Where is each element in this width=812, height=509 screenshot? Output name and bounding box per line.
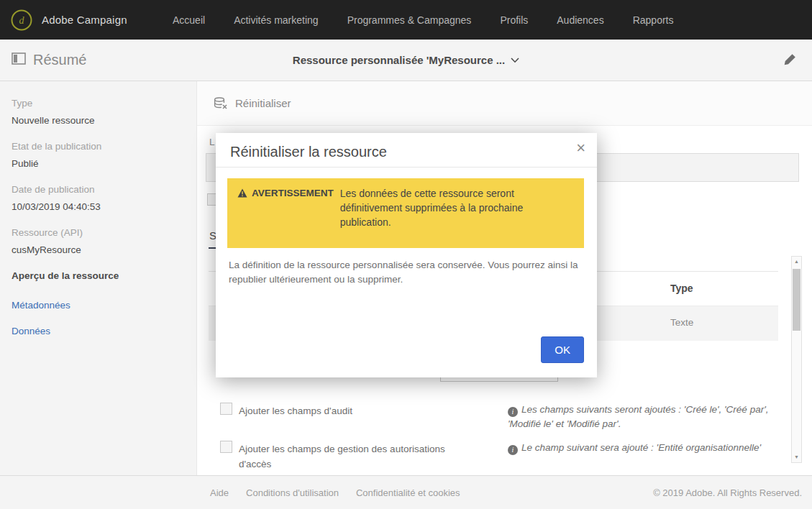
warning-word: AVERTISSEMENT [252, 188, 334, 198]
audit-fields-checkbox[interactable] [220, 403, 232, 415]
scroll-down-arrow[interactable]: ▼ [792, 452, 801, 462]
dialog-divider [216, 167, 597, 168]
scroll-up-arrow[interactable]: ▲ [792, 257, 801, 267]
resource-selector[interactable]: Ressource personnalisée 'MyResource ... [0, 40, 812, 81]
page-footer: Aide Conditions d'utilisation Confidenti… [0, 475, 812, 509]
warning-triangle-icon [237, 188, 247, 198]
nav-activites-marketing[interactable]: Activités marketing [234, 14, 318, 26]
field-value-type: Nouvelle ressource [12, 115, 185, 126]
nav-audiences[interactable]: Audiences [557, 14, 603, 26]
field-label-etat: Etat de la publication [12, 141, 185, 152]
access-rights-info: iLe champ suivant sera ajouté : 'Entité … [508, 441, 780, 455]
access-rights-label: Ajouter les champs de gestion des autori… [239, 441, 455, 472]
edit-pencil-icon[interactable] [783, 52, 798, 70]
field-value-date: 10/03/2019 04:40:53 [12, 201, 185, 212]
label-field-caption: L [209, 137, 215, 147]
summary-sidebar: Type Nouvelle ressource Etat de la publi… [0, 81, 196, 475]
field-label-ressource-api: Ressource (API) [12, 227, 185, 238]
sidebar-link-metadonnees[interactable]: Métadonnées [12, 300, 185, 311]
primary-nav: Accueil Activités marketing Programmes &… [173, 14, 673, 26]
info-icon: i [508, 445, 518, 455]
resource-selector-label: Ressource personnalisée 'MyResource ... [293, 54, 505, 66]
brand-title: Adobe Campaign [42, 14, 127, 26]
warning-message: Les données de cette ressource seront dé… [340, 187, 556, 230]
reset-resource-dialog: Réinitialiser la ressource × AVERTISSEME… [216, 133, 597, 377]
copyright-text: © 2019 Adobe. All Rights Reserved. [653, 487, 802, 498]
audit-fields-label: Ajouter les champs d'audit [239, 403, 455, 418]
footer-link-aide[interactable]: Aide [210, 487, 229, 498]
scrollbar-thumb[interactable] [793, 269, 800, 331]
access-rights-checkbox[interactable] [220, 441, 232, 453]
chevron-down-icon [511, 58, 519, 63]
database-reset-icon [213, 96, 228, 111]
nav-rapports[interactable]: Rapports [633, 14, 674, 26]
top-nav-bar: d Adobe Campaign Accueil Activités marke… [0, 0, 812, 40]
reset-action-label: Réinitialiser [235, 97, 291, 109]
footer-link-confidentialite[interactable]: Confidentialité et cookies [356, 487, 460, 498]
vertical-scrollbar[interactable]: ▲ ▼ [791, 256, 802, 463]
dialog-body-text: La définition de la ressource personnali… [229, 258, 581, 288]
svg-text:d: d [19, 15, 25, 26]
audit-fields-info: iLes champs suivants seront ajoutés : 'C… [508, 403, 780, 431]
column-header-type: Type [670, 283, 693, 294]
footer-links: Aide Conditions d'utilisation Confidenti… [210, 476, 460, 509]
cell-type-value: Texte [670, 317, 693, 328]
warning-banner: AVERTISSEMENT Les données de cette resso… [227, 178, 584, 248]
footer-link-conditions[interactable]: Conditions d'utilisation [246, 487, 339, 498]
warning-label-group: AVERTISSEMENT [237, 187, 334, 198]
close-icon[interactable]: × [576, 140, 585, 156]
ok-button[interactable]: OK [541, 336, 584, 363]
sidebar-link-donnees[interactable]: Données [12, 326, 185, 336]
nav-accueil[interactable]: Accueil [173, 14, 205, 26]
field-value-etat: Publié [12, 158, 185, 169]
sidebar-section-title: Aperçu de la ressource [12, 270, 185, 281]
dialog-title: Réinitialiser la ressource [230, 144, 387, 160]
reset-action-button[interactable]: Réinitialiser [197, 81, 812, 126]
field-value-ressource-api: cusMyResource [12, 244, 185, 255]
adobe-campaign-logo-icon[interactable]: d [10, 9, 33, 32]
nav-programmes-campagnes[interactable]: Programmes & Campagnes [347, 14, 472, 26]
nav-profils[interactable]: Profils [500, 14, 528, 26]
field-label-date: Date de publication [12, 184, 185, 195]
page-header: Résumé Ressource personnalisée 'MyResour… [0, 40, 812, 81]
field-label-type: Type [12, 98, 185, 109]
info-icon: i [508, 407, 518, 417]
